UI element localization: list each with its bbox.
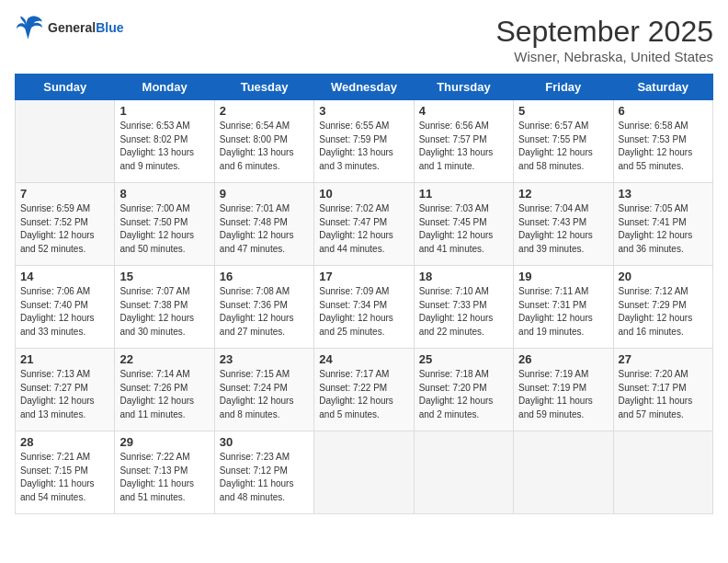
calendar-day: [514, 431, 613, 514]
day-number: 7: [20, 187, 109, 201]
calendar-day: 9Sunrise: 7:01 AM Sunset: 7:48 PM Daylig…: [214, 183, 313, 266]
day-info: Sunrise: 7:19 AM Sunset: 7:19 PM Dayligh…: [518, 368, 608, 421]
day-info: Sunrise: 7:11 AM Sunset: 7:31 PM Dayligh…: [518, 285, 608, 339]
calendar-day: 1Sunrise: 6:53 AM Sunset: 8:02 PM Daylig…: [115, 100, 214, 183]
day-header-monday: Monday: [115, 75, 214, 100]
calendar-day: 13Sunrise: 7:05 AM Sunset: 7:41 PM Dayli…: [613, 183, 712, 266]
day-info: Sunrise: 7:00 AM Sunset: 7:50 PM Dayligh…: [119, 202, 209, 256]
calendar-day: 14Sunrise: 7:06 AM Sunset: 7:40 PM Dayli…: [16, 266, 115, 349]
calendar-day: 19Sunrise: 7:11 AM Sunset: 7:31 PM Dayli…: [514, 266, 613, 349]
calendar-day: 11Sunrise: 7:03 AM Sunset: 7:45 PM Dayli…: [414, 183, 513, 266]
day-info: Sunrise: 7:02 AM Sunset: 7:47 PM Dayligh…: [319, 202, 408, 256]
day-number: 11: [419, 187, 508, 201]
calendar-day: [16, 100, 115, 183]
calendar-day: 6Sunrise: 6:58 AM Sunset: 7:53 PM Daylig…: [613, 100, 712, 183]
day-number: 1: [119, 104, 209, 118]
day-number: 16: [220, 270, 309, 283]
calendar-week-2: 7Sunrise: 6:59 AM Sunset: 7:52 PM Daylig…: [16, 183, 713, 266]
calendar-day: 2Sunrise: 6:54 AM Sunset: 8:00 PM Daylig…: [214, 100, 313, 183]
calendar-day: 21Sunrise: 7:13 AM Sunset: 7:27 PM Dayli…: [16, 349, 115, 431]
calendar-day: 30Sunrise: 7:23 AM Sunset: 7:12 PM Dayli…: [214, 431, 313, 514]
calendar-day: 24Sunrise: 7:17 AM Sunset: 7:22 PM Dayli…: [314, 349, 414, 431]
day-number: 27: [619, 352, 708, 366]
page-header: GeneralBlue September 2025 Wisner, Nebra…: [15, 15, 713, 64]
day-info: Sunrise: 6:56 AM Sunset: 7:57 PM Dayligh…: [419, 120, 508, 173]
calendar-week-4: 21Sunrise: 7:13 AM Sunset: 7:27 PM Dayli…: [16, 349, 713, 431]
calendar-day: 29Sunrise: 7:22 AM Sunset: 7:13 PM Dayli…: [115, 431, 214, 514]
calendar-day: 18Sunrise: 7:10 AM Sunset: 7:33 PM Dayli…: [414, 266, 513, 349]
day-number: 15: [119, 270, 209, 283]
day-number: 10: [319, 187, 408, 201]
day-info: Sunrise: 7:21 AM Sunset: 7:15 PM Dayligh…: [20, 451, 109, 504]
calendar-day: 26Sunrise: 7:19 AM Sunset: 7:19 PM Dayli…: [514, 349, 613, 431]
calendar-table: SundayMondayTuesdayWednesdayThursdayFrid…: [15, 74, 713, 514]
day-number: 20: [619, 270, 708, 283]
day-header-sunday: Sunday: [16, 75, 115, 100]
day-info: Sunrise: 7:13 AM Sunset: 7:27 PM Dayligh…: [20, 368, 109, 421]
day-number: 4: [419, 104, 508, 118]
day-number: 28: [20, 435, 109, 449]
day-info: Sunrise: 7:22 AM Sunset: 7:13 PM Dayligh…: [119, 451, 209, 504]
calendar-day: 28Sunrise: 7:21 AM Sunset: 7:15 PM Dayli…: [16, 431, 115, 514]
day-header-thursday: Thursday: [414, 75, 513, 100]
day-number: 21: [20, 352, 109, 366]
day-info: Sunrise: 7:10 AM Sunset: 7:33 PM Dayligh…: [419, 285, 508, 339]
day-info: Sunrise: 6:54 AM Sunset: 8:00 PM Dayligh…: [220, 120, 309, 173]
logo-icon: [15, 15, 44, 40]
day-number: 14: [20, 270, 109, 283]
calendar-day: 25Sunrise: 7:18 AM Sunset: 7:20 PM Dayli…: [414, 349, 513, 431]
day-number: 13: [619, 187, 708, 201]
day-info: Sunrise: 6:59 AM Sunset: 7:52 PM Dayligh…: [20, 202, 109, 256]
day-number: 22: [119, 352, 209, 366]
day-info: Sunrise: 6:58 AM Sunset: 7:53 PM Dayligh…: [619, 120, 708, 173]
day-number: 24: [319, 352, 408, 366]
day-number: 17: [319, 270, 408, 283]
calendar-day: 27Sunrise: 7:20 AM Sunset: 7:17 PM Dayli…: [613, 349, 712, 431]
calendar-day: 17Sunrise: 7:09 AM Sunset: 7:34 PM Dayli…: [314, 266, 414, 349]
day-number: 19: [518, 270, 608, 283]
day-header-saturday: Saturday: [613, 75, 712, 100]
calendar-day: [414, 431, 513, 514]
day-info: Sunrise: 7:15 AM Sunset: 7:24 PM Dayligh…: [220, 368, 309, 421]
day-number: 12: [518, 187, 608, 201]
day-info: Sunrise: 7:14 AM Sunset: 7:26 PM Dayligh…: [119, 368, 209, 421]
calendar-day: 20Sunrise: 7:12 AM Sunset: 7:29 PM Dayli…: [613, 266, 712, 349]
calendar-day: [314, 431, 414, 514]
day-info: Sunrise: 6:55 AM Sunset: 7:59 PM Dayligh…: [319, 120, 408, 173]
day-number: 18: [419, 270, 508, 283]
calendar-day: 22Sunrise: 7:14 AM Sunset: 7:26 PM Dayli…: [115, 349, 214, 431]
calendar-day: [613, 431, 712, 514]
calendar-day: 5Sunrise: 6:57 AM Sunset: 7:55 PM Daylig…: [514, 100, 613, 183]
day-info: Sunrise: 7:23 AM Sunset: 7:12 PM Dayligh…: [220, 451, 309, 504]
logo: GeneralBlue: [15, 15, 123, 40]
day-info: Sunrise: 7:12 AM Sunset: 7:29 PM Dayligh…: [619, 285, 708, 339]
day-number: 5: [518, 104, 608, 118]
day-number: 9: [220, 187, 309, 201]
day-info: Sunrise: 7:08 AM Sunset: 7:36 PM Dayligh…: [220, 285, 309, 339]
day-header-friday: Friday: [514, 75, 613, 100]
day-info: Sunrise: 7:04 AM Sunset: 7:43 PM Dayligh…: [518, 202, 608, 256]
calendar-title: September 2025: [495, 15, 713, 49]
calendar-day: 3Sunrise: 6:55 AM Sunset: 7:59 PM Daylig…: [314, 100, 414, 183]
calendar-week-3: 14Sunrise: 7:06 AM Sunset: 7:40 PM Dayli…: [16, 266, 713, 349]
day-number: 2: [220, 104, 309, 118]
day-info: Sunrise: 7:05 AM Sunset: 7:41 PM Dayligh…: [619, 202, 708, 256]
calendar-day: 10Sunrise: 7:02 AM Sunset: 7:47 PM Dayli…: [314, 183, 414, 266]
day-number: 3: [319, 104, 408, 118]
calendar-day: 16Sunrise: 7:08 AM Sunset: 7:36 PM Dayli…: [214, 266, 313, 349]
day-number: 29: [119, 435, 209, 449]
day-number: 30: [220, 435, 309, 449]
day-info: Sunrise: 7:01 AM Sunset: 7:48 PM Dayligh…: [220, 202, 309, 256]
day-info: Sunrise: 7:20 AM Sunset: 7:17 PM Dayligh…: [619, 368, 708, 421]
title-block: September 2025 Wisner, Nebraska, United …: [495, 15, 713, 64]
day-info: Sunrise: 7:07 AM Sunset: 7:38 PM Dayligh…: [119, 285, 209, 339]
day-info: Sunrise: 7:06 AM Sunset: 7:40 PM Dayligh…: [20, 285, 109, 339]
day-number: 6: [619, 104, 708, 118]
day-number: 25: [419, 352, 508, 366]
calendar-week-5: 28Sunrise: 7:21 AM Sunset: 7:15 PM Dayli…: [16, 431, 713, 514]
calendar-week-1: 1Sunrise: 6:53 AM Sunset: 8:02 PM Daylig…: [16, 100, 713, 183]
calendar-header: SundayMondayTuesdayWednesdayThursdayFrid…: [16, 75, 713, 100]
day-number: 26: [518, 352, 608, 366]
day-header-wednesday: Wednesday: [314, 75, 414, 100]
day-info: Sunrise: 7:18 AM Sunset: 7:20 PM Dayligh…: [419, 368, 508, 421]
